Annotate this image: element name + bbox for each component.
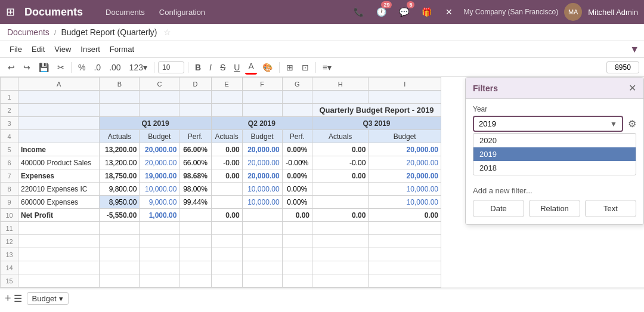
income-budget-q1[interactable]: 20,000.00 [140,143,179,156]
menu-view[interactable]: View [49,42,76,56]
budget-q2[interactable]: Budget [242,130,282,143]
ic-actuals-q1[interactable]: 9,800.00 [100,183,140,196]
np-actuals-q3[interactable]: 0.00 [312,209,369,222]
ps-actuals-q1[interactable]: 13,200.00 [100,156,140,169]
ps-budget-q3[interactable]: 20,000.00 [369,156,441,169]
italic-button[interactable]: I [206,61,215,74]
ic-budget-q1[interactable]: 10,000.00 [140,183,179,196]
merge-button[interactable]: ⊡ [299,61,312,74]
menu-file[interactable]: File [5,42,27,56]
cell-title[interactable]: Quarterly Budget Report - 2019 [312,104,441,117]
borders-button[interactable]: ⊞ [283,61,296,74]
income-label[interactable]: Income [18,143,100,156]
cell-e1[interactable] [211,91,242,104]
expenses-ic-label[interactable]: 220010 Expenses IC [18,183,100,196]
actuals-q2[interactable]: Actuals [211,130,242,143]
add-sheet-button[interactable]: + [5,292,11,305]
menu-format[interactable]: Format [105,42,139,56]
e600-budget-q1[interactable]: 9,000.00 [140,196,179,209]
product-sales-label[interactable]: 400000 Product Sales [18,156,100,169]
exp-budget-q3[interactable]: 20,000.00 [369,169,441,183]
q3-header[interactable]: Q3 2019 [312,117,441,130]
nav-link-configuration[interactable]: Configuration [153,5,211,19]
ps-actuals-q3[interactable]: -0.00 [312,156,369,169]
percent-button[interactable]: % [75,61,88,74]
gift-button[interactable]: 🎁 [418,4,435,20]
align-button[interactable]: ≡▾ [320,61,335,74]
np-actuals-q1[interactable]: -5,550.00 [100,209,140,222]
exp-actuals-q3[interactable]: 0.00 [312,169,369,183]
e600-budget-q2[interactable]: 10,000.00 [242,196,282,209]
ps-budget-q1[interactable]: 20,000.00 [140,156,179,169]
np-budget-q1[interactable]: 1,000.00 [140,209,179,222]
cell-g2[interactable] [282,104,312,117]
sheet-tab-budget[interactable]: Budget ▾ [27,292,69,305]
income-actuals-q2[interactable]: 0.00 [211,143,242,156]
cell-d2[interactable] [179,104,211,117]
cell-a2[interactable] [18,104,100,117]
save-button[interactable]: 💾 [36,61,52,74]
e600-actuals-q3[interactable] [312,196,369,209]
income-actuals-q3[interactable]: 0.00 [312,143,369,156]
cell-a1[interactable] [18,91,100,104]
horizontal-scrollbar[interactable] [0,288,644,289]
cell-d1[interactable] [179,91,211,104]
apps-icon[interactable]: ⊞ [6,5,15,18]
year-option-2019[interactable]: 2019 [473,147,636,161]
q2-header[interactable]: Q2 2019 [211,117,312,130]
ic-perf-q1[interactable]: 98.00% [179,183,211,196]
income-perf-q1[interactable]: 66.00% [179,143,211,156]
cell-f1[interactable] [242,91,282,104]
breadcrumb-parent[interactable]: Documents [7,27,49,37]
undo-button[interactable]: ↩ [5,61,18,74]
cell-i1[interactable] [369,91,441,104]
e600-budget-q3[interactable]: 10,000.00 [369,196,441,209]
actuals-q3[interactable]: Actuals [312,130,369,143]
perf-q1[interactable]: Perf. [179,130,211,143]
year-option-2018[interactable]: 2018 [473,161,636,175]
exp-budget-q2[interactable]: 20,000.00 [242,169,282,183]
actuals-q1[interactable]: Actuals [100,130,140,143]
filter-gear-icon[interactable]: ⚙ [628,118,636,129]
cut-button[interactable]: ✂ [54,61,67,74]
nav-link-documents[interactable]: Documents [100,5,151,19]
np-budget-q2[interactable] [242,209,282,222]
np-budget-q3[interactable]: 0.00 [369,209,441,222]
cell-h1[interactable] [312,91,369,104]
favorite-icon[interactable]: ☆ [163,27,171,37]
e600-actuals-q2[interactable] [211,196,242,209]
ps-perf-q2[interactable]: -0.00% [282,156,312,169]
e600-perf-q2[interactable]: 0.00% [282,196,312,209]
phone-button[interactable]: 📞 [350,4,367,20]
ps-actuals-q2[interactable]: -0.00 [211,156,242,169]
underline-button[interactable]: U [231,61,243,74]
ic-budget-q2[interactable]: 10,000.00 [242,183,282,196]
cell-c2[interactable] [140,104,179,117]
cell-c1[interactable] [140,91,179,104]
ic-perf-q2[interactable]: 0.00% [282,183,312,196]
ic-budget-q3[interactable]: 10,000.00 [369,183,441,196]
decimal0-button[interactable]: .0 [91,61,104,74]
close-button[interactable]: ✕ [441,4,457,20]
filter-icon[interactable]: ▼ [630,44,639,55]
font-size-input[interactable]: 10 [158,61,184,73]
filter-text-button[interactable]: Text [585,200,636,217]
cell-e2[interactable] [211,104,242,117]
budget-q1[interactable]: Budget [140,130,179,143]
year-option-2020[interactable]: 2020 [473,134,636,147]
income-budget-q2[interactable]: 20,000.00 [242,143,282,156]
ic-actuals-q3[interactable] [312,183,369,196]
cell-b1[interactable] [100,91,140,104]
exp-actuals-q2[interactable]: 0.00 [211,169,242,183]
format-num-button[interactable]: 123▾ [126,61,150,74]
cell-g1[interactable] [282,91,312,104]
exp-perf-q1[interactable]: 98.68% [179,169,211,183]
income-budget-q3[interactable]: 20,000.00 [369,143,441,156]
expenses-600-label[interactable]: 600000 Expenses [18,196,100,209]
exp-perf-q2[interactable]: 0.00% [282,169,312,183]
filter-relation-button[interactable]: Relation [529,200,580,217]
np-perf-q1[interactable] [179,209,211,222]
year-select[interactable]: 2019 [474,117,622,131]
filter-close-button[interactable]: ✕ [628,82,636,94]
cell-reference[interactable]: 8950 [606,61,639,73]
